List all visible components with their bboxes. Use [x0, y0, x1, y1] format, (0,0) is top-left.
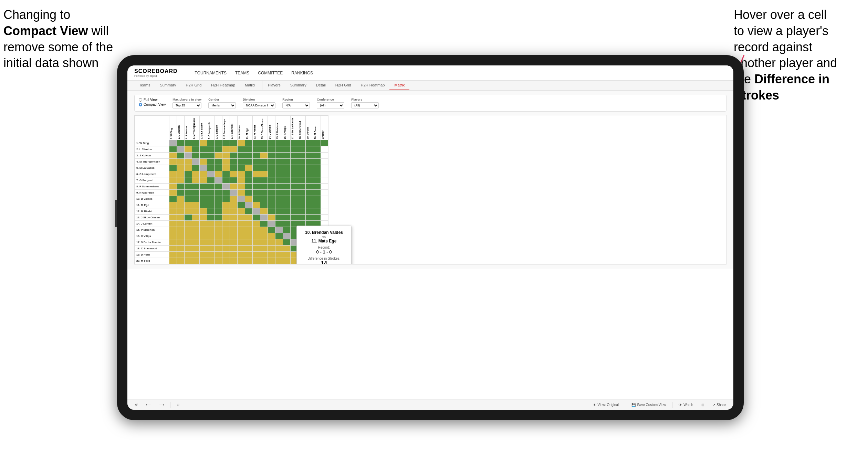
- matrix-cell[interactable]: [192, 258, 200, 264]
- matrix-cell[interactable]: [192, 171, 200, 177]
- matrix-cell[interactable]: [230, 252, 238, 258]
- tab-h2h-heatmap2[interactable]: H2H Heatmap: [356, 81, 390, 90]
- matrix-cell[interactable]: [185, 153, 192, 159]
- matrix-cell[interactable]: [185, 208, 192, 215]
- matrix-cell[interactable]: [238, 258, 245, 264]
- matrix-cell[interactable]: [230, 202, 238, 208]
- matrix-cell[interactable]: [192, 196, 200, 202]
- matrix-cell[interactable]: [245, 177, 253, 184]
- matrix-cell[interactable]: [185, 159, 192, 165]
- matrix-cell[interactable]: [268, 208, 275, 215]
- matrix-cell[interactable]: [230, 165, 238, 171]
- players-select[interactable]: (All): [351, 102, 379, 108]
- matrix-cell[interactable]: [268, 153, 275, 159]
- matrix-cell[interactable]: [177, 233, 185, 239]
- matrix-cell[interactable]: [268, 258, 275, 264]
- matrix-cell[interactable]: [207, 190, 215, 196]
- matrix-cell[interactable]: [200, 165, 207, 171]
- matrix-cell[interactable]: [192, 227, 200, 233]
- matrix-cell[interactable]: [238, 208, 245, 215]
- matrix-cell[interactable]: [321, 153, 328, 159]
- matrix-cell[interactable]: [245, 221, 253, 227]
- matrix-cell[interactable]: [222, 184, 230, 190]
- matrix-cell[interactable]: [185, 165, 192, 171]
- matrix-cell[interactable]: [253, 153, 260, 159]
- matrix-cell[interactable]: [177, 159, 185, 165]
- matrix-cell[interactable]: [306, 184, 313, 190]
- matrix-cell[interactable]: [291, 171, 298, 177]
- matrix-cell[interactable]: [283, 252, 291, 258]
- matrix-cell[interactable]: [215, 208, 222, 215]
- nav-rankings[interactable]: RANKINGS: [291, 70, 313, 76]
- matrix-cell[interactable]: [253, 252, 260, 258]
- matrix-cell[interactable]: [200, 146, 207, 153]
- matrix-cell[interactable]: [230, 196, 238, 202]
- matrix-cell[interactable]: [275, 208, 283, 215]
- matrix-cell[interactable]: [283, 239, 291, 246]
- matrix-cell[interactable]: [283, 246, 291, 252]
- tab-h2h-heatmap1[interactable]: H2H Heatmap: [206, 81, 240, 90]
- matrix-cell[interactable]: [268, 227, 275, 233]
- matrix-cell[interactable]: [298, 177, 306, 184]
- matrix-cell[interactable]: [215, 221, 222, 227]
- matrix-cell[interactable]: [298, 190, 306, 196]
- matrix-cell[interactable]: [245, 165, 253, 171]
- matrix-cell[interactable]: [321, 171, 328, 177]
- matrix-cell[interactable]: [230, 159, 238, 165]
- matrix-cell[interactable]: [222, 190, 230, 196]
- matrix-cell[interactable]: [200, 239, 207, 246]
- matrix-cell[interactable]: [283, 177, 291, 184]
- grid-button[interactable]: ⊞: [699, 402, 706, 408]
- matrix-cell[interactable]: [230, 171, 238, 177]
- matrix-cell[interactable]: [185, 258, 192, 264]
- matrix-cell[interactable]: [306, 202, 313, 208]
- matrix-cell[interactable]: [298, 208, 306, 215]
- tab-h2h-grid1[interactable]: H2H Grid: [181, 81, 206, 90]
- division-select[interactable]: NCAA Division I: [243, 102, 275, 108]
- matrix-cell[interactable]: [298, 159, 306, 165]
- matrix-cell[interactable]: [245, 258, 253, 264]
- matrix-cell[interactable]: [169, 146, 177, 153]
- matrix-cell[interactable]: [321, 159, 328, 165]
- matrix-cell[interactable]: [230, 184, 238, 190]
- matrix-cell[interactable]: [268, 196, 275, 202]
- matrix-cell[interactable]: [238, 140, 245, 146]
- matrix-cell[interactable]: [253, 239, 260, 246]
- matrix-cell[interactable]: [207, 153, 215, 159]
- matrix-cell[interactable]: [185, 227, 192, 233]
- tab-detail[interactable]: Detail: [311, 81, 331, 90]
- matrix-cell[interactable]: [207, 196, 215, 202]
- back-button[interactable]: ⟵: [144, 402, 153, 408]
- matrix-cell[interactable]: [291, 165, 298, 171]
- matrix-cell[interactable]: [230, 177, 238, 184]
- matrix-cell[interactable]: [306, 146, 313, 153]
- matrix-cell[interactable]: [169, 171, 177, 177]
- matrix-cell[interactable]: [268, 165, 275, 171]
- matrix-cell[interactable]: [177, 246, 185, 252]
- matrix-cell[interactable]: [207, 140, 215, 146]
- matrix-cell[interactable]: [245, 246, 253, 252]
- matrix-cell[interactable]: [207, 258, 215, 264]
- matrix-cell[interactable]: [169, 239, 177, 246]
- matrix-cell[interactable]: [291, 196, 298, 202]
- matrix-cell[interactable]: [169, 159, 177, 165]
- matrix-cell[interactable]: [253, 221, 260, 227]
- matrix-cell[interactable]: [298, 196, 306, 202]
- matrix-cell[interactable]: [268, 140, 275, 146]
- matrix-cell[interactable]: [200, 184, 207, 190]
- matrix-cell[interactable]: [253, 208, 260, 215]
- matrix-cell[interactable]: [177, 165, 185, 171]
- matrix-cell[interactable]: [245, 233, 253, 239]
- matrix-cell[interactable]: [283, 233, 291, 239]
- matrix-cell[interactable]: [177, 221, 185, 227]
- matrix-cell[interactable]: [313, 153, 321, 159]
- tab-teams[interactable]: Teams: [134, 81, 155, 90]
- matrix-cell[interactable]: [245, 215, 253, 221]
- matrix-cell[interactable]: [222, 202, 230, 208]
- matrix-cell[interactable]: [200, 215, 207, 221]
- matrix-cell[interactable]: [215, 233, 222, 239]
- matrix-cell[interactable]: [291, 184, 298, 190]
- matrix-cell[interactable]: [260, 190, 268, 196]
- matrix-cell[interactable]: [169, 202, 177, 208]
- matrix-cell[interactable]: [185, 202, 192, 208]
